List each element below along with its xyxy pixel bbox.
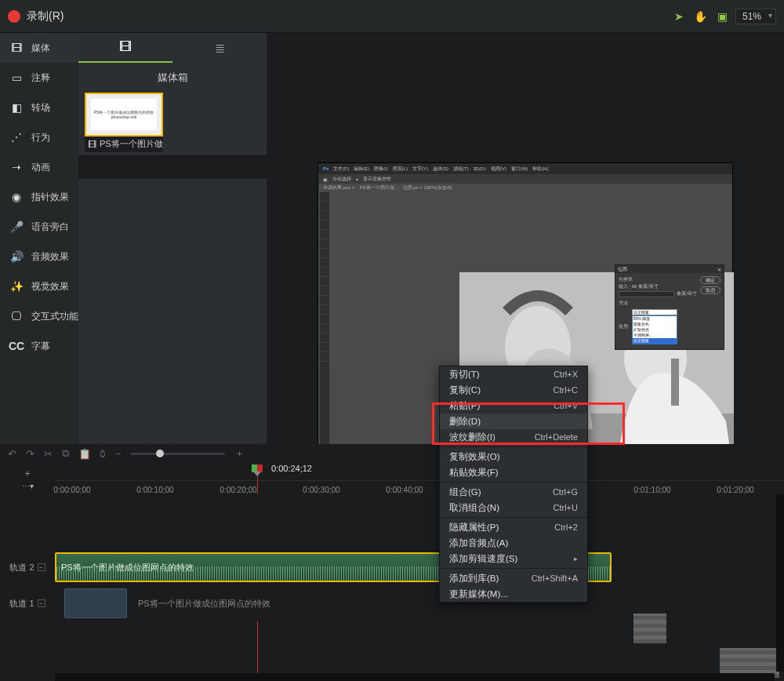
sidebar-item-label: 字幕 bbox=[31, 340, 50, 353]
sidebar-item-label: 交互式功能 bbox=[31, 310, 78, 323]
track-label-1[interactable]: 轨道 1− bbox=[0, 585, 55, 621]
mediabin-thumbnail: PS将一个图片做成位图网点的特效 photoshop cs6 bbox=[85, 93, 163, 137]
timeline-scrollbar-h[interactable] bbox=[55, 673, 775, 681]
sidebar-item-behavior[interactable]: ⋰ 行为 bbox=[0, 122, 78, 152]
context-menu-item[interactable]: 复制(C)Ctrl+C bbox=[440, 382, 587, 398]
context-menu-item[interactable]: 粘贴(P)Ctrl+V bbox=[440, 398, 587, 413]
crop-tool-icon[interactable]: ▣ bbox=[713, 7, 732, 26]
close-icon: ✕ bbox=[717, 267, 721, 272]
menu-item-label: 复制效果(O) bbox=[449, 451, 500, 463]
redo-icon[interactable]: ↷ bbox=[26, 448, 34, 460]
pointer-tool-icon[interactable]: ➤ bbox=[670, 7, 688, 26]
ps-bitmap-dialog: 位图✕ 分辨率 输入:96 像素/英寸 像素/英寸 确定 取消 bbox=[615, 264, 724, 350]
film-icon: 🎞 bbox=[119, 40, 132, 54]
interactive-icon: 🖵 bbox=[9, 310, 24, 322]
menu-item-label: 粘贴效果(F) bbox=[449, 467, 499, 479]
context-menu-item[interactable]: 组合(G)Ctrl+G bbox=[440, 484, 587, 500]
app-topbar: 录制(R) ➤ ✋ ▣ 51% bbox=[0, 0, 784, 33]
context-menu-item[interactable]: 复制效果(O) bbox=[440, 449, 587, 464]
track-options-icon[interactable]: ⋯▾ bbox=[22, 482, 34, 490]
cut-icon[interactable]: ✂ bbox=[44, 448, 53, 460]
menu-item-shortcut: Ctrl+G bbox=[553, 487, 578, 497]
context-menu-item[interactable]: 隐藏属性(P)Ctrl+2 bbox=[440, 519, 587, 535]
sidebar-item-cursorfx[interactable]: ◉ 指针效果 bbox=[0, 182, 78, 212]
record-button[interactable]: 录制(R) bbox=[8, 9, 64, 24]
thumb-sub: photoshop cs6 bbox=[111, 115, 137, 119]
paste-icon[interactable]: 📋 bbox=[78, 448, 91, 460]
cancel-button: 取消 bbox=[700, 286, 720, 294]
dlg-label: 输入: bbox=[619, 283, 630, 290]
sidebar-item-media[interactable]: 🎞 媒体 bbox=[0, 33, 78, 63]
context-menu-item[interactable]: 粘贴效果(F) bbox=[440, 464, 587, 480]
track-label-2[interactable]: 轨道 2− bbox=[0, 549, 55, 585]
sidebar-item-voice[interactable]: 🎤 语音旁白 bbox=[0, 212, 78, 242]
context-menu-item[interactable]: 删除(D) bbox=[440, 413, 587, 429]
context-menu-item[interactable]: 更新媒体(M)... bbox=[440, 586, 587, 602]
add-track-button[interactable]: ＋ bbox=[23, 467, 32, 480]
sidebar-item-interactive[interactable]: 🖵 交互式功能 bbox=[0, 301, 78, 331]
behavior-icon: ⋰ bbox=[9, 131, 24, 144]
sidebar-item-label: 行为 bbox=[31, 131, 50, 144]
ruler-tick: 0:00:00;00 bbox=[53, 486, 90, 494]
sidebar-item-label: 注释 bbox=[31, 71, 50, 85]
dlg-unit: 像素/英寸 bbox=[677, 290, 697, 297]
mediabin-item[interactable]: PS将一个图片做成位图网点的特效 photoshop cs6 🎞 PS将一个图片… bbox=[85, 93, 163, 152]
timeline-toolbar: ↶ ↷ ✂ ⧉ 📋 ⧮ − ＋ bbox=[0, 444, 784, 463]
split-icon[interactable]: ⧮ bbox=[100, 448, 106, 460]
context-menu-item[interactable]: 剪切(T)Ctrl+X bbox=[440, 366, 587, 382]
ruler-tick: 0:01:20;00 bbox=[717, 486, 753, 494]
menu-item-shortcut: Ctrl+Delete bbox=[535, 432, 578, 442]
sidebar-item-transition[interactable]: ◧ 转场 bbox=[0, 93, 78, 122]
timeline-panel: ↶ ↷ ✂ ⧉ 📋 ⧮ − ＋ ＋ ⋯▾ 0:00:00;00 0:00:10;… bbox=[0, 444, 784, 681]
record-label: 录制(R) bbox=[27, 9, 64, 24]
canvas-zoom-select[interactable]: 51% bbox=[735, 9, 776, 24]
mediabin-title: 媒体箱 bbox=[78, 63, 267, 89]
clip-title: PS将一个图片做成位图网点的特效 bbox=[61, 562, 194, 574]
sidebar-item-label: 语音旁白 bbox=[31, 220, 69, 234]
context-menu-item[interactable]: 添加音频点(A) bbox=[440, 535, 587, 551]
sidebar-item-label: 视觉效果 bbox=[31, 280, 69, 293]
zoom-in-icon[interactable]: ＋ bbox=[234, 446, 245, 461]
context-menu-item[interactable]: 添加剪辑速度(S) bbox=[440, 551, 587, 566]
timeline-clip-video-thumb[interactable] bbox=[64, 588, 127, 618]
cc-icon: CC bbox=[9, 340, 24, 352]
menu-item-label: 添加到库(B) bbox=[449, 573, 499, 584]
menu-item-label: 复制(C) bbox=[449, 384, 481, 396]
context-menu-item[interactable]: 波纹删除(I)Ctrl+Delete bbox=[440, 429, 587, 445]
ps-options-bar: ▣自动选择▾显示变换控件 bbox=[318, 174, 732, 184]
menu-item-label: 粘贴(P) bbox=[449, 400, 480, 412]
sidebar-item-label: 媒体 bbox=[31, 42, 50, 55]
menu-item-label: 添加剪辑速度(S) bbox=[449, 553, 517, 565]
ok-button: 确定 bbox=[700, 276, 720, 284]
menu-item-shortcut: Ctrl+U bbox=[554, 503, 578, 512]
context-menu-item[interactable]: 取消组合(N)Ctrl+U bbox=[440, 500, 587, 515]
sidebar-item-visualfx[interactable]: ✨ 视觉效果 bbox=[0, 271, 78, 301]
undo-icon[interactable]: ↶ bbox=[8, 448, 16, 460]
sidebar-item-animation[interactable]: ➝ 动画 bbox=[0, 152, 78, 182]
menu-item-shortcut: Ctrl+C bbox=[554, 385, 578, 395]
timeline-scrollbar-v[interactable] bbox=[776, 494, 784, 672]
sidebar-item-audiofx[interactable]: 🔊 音频效果 bbox=[0, 242, 78, 271]
timeline-zoom-slider[interactable] bbox=[131, 453, 225, 455]
menu-item-label: 添加音频点(A) bbox=[449, 537, 508, 549]
dlg-section: 方法 bbox=[619, 300, 720, 307]
zoom-out-icon[interactable]: − bbox=[115, 448, 122, 460]
menu-item-shortcut: Ctrl+Shift+A bbox=[532, 574, 578, 583]
sidebar-item-annotation[interactable]: ▭ 注释 bbox=[0, 63, 78, 93]
transition-icon: ◧ bbox=[9, 101, 24, 114]
copy-icon[interactable]: ⧉ bbox=[62, 447, 69, 460]
dlg-label: 使用: bbox=[619, 323, 630, 330]
sidebar-item-cc[interactable]: CC 字幕 bbox=[0, 331, 78, 361]
timeline-ruler[interactable]: 0:00:00;00 0:00:10;00 0:00:20;00 0:00:30… bbox=[55, 480, 784, 494]
hand-tool-icon[interactable]: ✋ bbox=[691, 7, 710, 26]
context-menu-item[interactable]: 添加到库(B)Ctrl+Shift+A bbox=[440, 570, 587, 586]
mediabin-tab-library[interactable]: ≣ bbox=[172, 33, 267, 63]
menu-item-label: 隐藏属性(P) bbox=[449, 522, 499, 534]
ruler-tick: 0:00:30;00 bbox=[303, 486, 339, 494]
menu-item-shortcut: Ctrl+2 bbox=[554, 523, 578, 532]
mediabin-tab-clips[interactable]: 🎞 bbox=[78, 33, 172, 63]
sidebar-item-label: 转场 bbox=[31, 101, 50, 115]
ps-tools-panel bbox=[320, 192, 329, 486]
dialog-title: 位图 bbox=[618, 266, 627, 273]
dlg-dropdown: 自定图案 bbox=[632, 309, 677, 315]
